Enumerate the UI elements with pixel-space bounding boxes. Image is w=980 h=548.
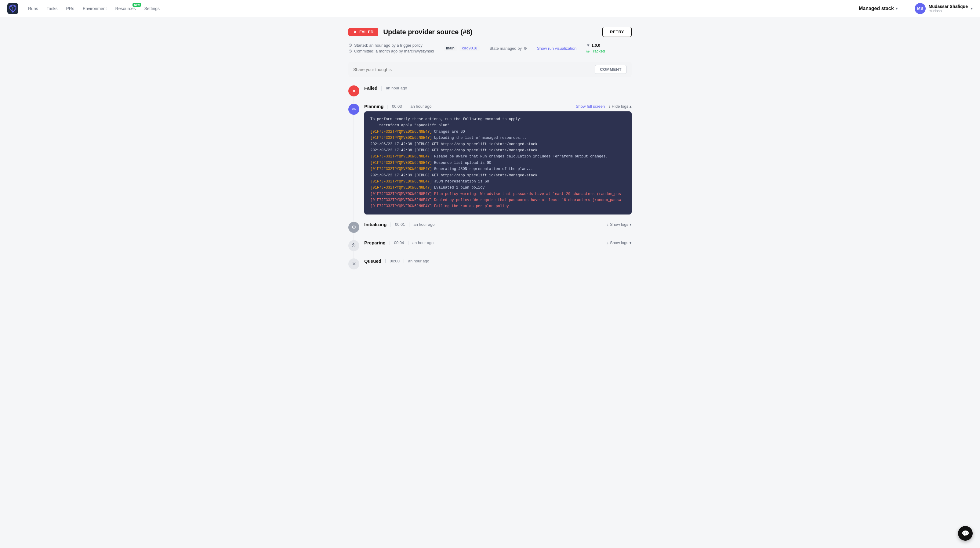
version-info: ▼ 1.0.0 [586,43,605,48]
log-line: [01F7JF332TPYQMVEDCW6JN8E4Y] JSON repres… [370,178,625,184]
avatar: MS [915,3,926,14]
committed-meta: ⏱ Committed: a month ago by marcinwyszyn… [348,49,434,53]
planning-duration: 00:03 [392,104,402,109]
stack-name: Managed stack [859,6,894,11]
app-logo[interactable] [7,3,18,14]
failed-header: Failed | an hour ago [364,86,632,91]
user-info: Mudassar Shafique mudash [929,4,968,13]
failed-event: ✕ Failed | an hour ago [348,86,632,97]
preparing-line [353,251,354,259]
stack-chevron-icon: ▾ [896,6,897,11]
x-icon: ✕ [353,30,357,35]
log-line: [01F7JF332TPYQMVEDCW6JN8E4Y] Please be a… [370,154,625,160]
started-text: Started: an hour ago by a trigger policy [354,43,423,48]
initializing-time: an hour ago [414,222,434,227]
initializing-actions: ↓ Show logs ▾ [607,222,632,227]
log-line: 2021/06/22 17:42:39 [DEBUG] GET https://… [370,172,625,178]
log-line: 2021/06/22 17:42:38 [DEBUG] GET https://… [370,148,625,154]
preparing-header: Preparing | 00:04 | an hour ago ↓ Show l… [364,240,632,245]
log-line: [01F7JF332TPYQMVEDCW6JN8E4Y] Resource li… [370,160,625,166]
timeline-line [353,97,354,104]
preparing-time: an hour ago [412,240,434,245]
nav-settings[interactable]: Settings [144,6,160,11]
initializing-line [353,233,354,240]
show-logs-label: Show logs [610,240,628,245]
show-logs-label: Show logs [610,222,628,227]
hide-logs-button[interactable]: ↓ Hide logs ▴ [608,104,632,109]
nav-links: Runs Tasks PRs Environment Resources New… [28,6,849,11]
state-managed-text: State managed by [489,46,522,51]
tracked-label: Tracked [591,49,605,53]
preparing-actions: ↓ Show logs ▾ [607,240,632,245]
commit-icon: ⏱ [348,49,352,53]
show-fullscreen-link[interactable]: Show full screen [576,104,605,109]
nav-resources[interactable]: Resources New [115,6,136,11]
user-chevron-icon: ▾ [971,6,973,11]
preparing-icon: ⏱ [348,240,360,251]
failed-icon: ✕ [348,86,360,97]
planning-time: an hour ago [410,104,431,109]
queued-header: Queued | 00:00 | an hour ago [364,259,632,264]
show-logs-button[interactable]: ↓ Show logs ▾ [607,222,632,227]
log-line: terraform apply "spacelift.plan" [370,122,625,129]
initializing-duration: 00:01 [395,222,405,227]
failed-content: Failed | an hour ago [364,86,632,97]
branch-label: main [444,46,457,51]
comment-button[interactable]: COMMENT [595,65,627,74]
log-line: [01F7JF332TPYQMVEDCW6JN8E4Y] Failing the… [370,203,625,209]
preparing-event: ⏱ Preparing | 00:04 | an hour ago ↓ Show… [348,240,632,251]
state-managed: State managed by ⚙ [489,46,527,51]
run-timing: ⏱ Started: an hour ago by a trigger poli… [348,43,434,53]
log-line: [01F7JF332TPYQMVEDCW6JN8E4Y] Changes are… [370,129,625,135]
show-logs-button[interactable]: ↓ Show logs ▾ [607,240,632,245]
user-menu[interactable]: MS Mudassar Shafique mudash ▾ [915,3,973,14]
status-label: FAILED [360,30,373,34]
version-number: 1.0.0 [591,43,600,48]
planning-content: Planning | 00:03 | an hour ago Show full… [364,104,632,214]
started-meta: ⏱ Started: an hour ago by a trigger poli… [348,43,434,48]
timeline: ✕ Failed | an hour ago ✏ Planning | 00:0… [348,86,632,269]
queued-duration: 00:00 [390,259,399,263]
user-handle: mudash [929,9,968,13]
log-line: [01F7JF332TPYQMVEDCW6JN8E4Y] Denied by p… [370,197,625,203]
commit-info: main cad9018 [444,46,480,51]
tracked-circle-icon: ◎ [586,49,590,53]
stack-selector[interactable]: Managed stack ▾ [859,6,897,11]
committed-text: Committed: a month ago by marcinwyszynsk… [354,49,434,53]
nav-tasks[interactable]: Tasks [47,6,58,11]
planning-line [353,115,354,222]
nav-prs[interactable]: PRs [66,6,74,11]
clock-icon: ⏱ [348,43,352,48]
download-icon: ↓ [608,104,611,109]
main-content: ✕ FAILED Update provider source (#8) RET… [344,17,636,286]
failed-label: Failed [364,86,377,91]
download-icon: ↓ [607,240,609,245]
preparing-content: Preparing | 00:04 | an hour ago ↓ Show l… [364,240,632,251]
initializing-event: ⚙ Initializing | 00:01 | an hour ago ↓ S… [348,222,632,233]
log-line: [01F7JF332TPYQMVEDCW6JN8E4Y] Plan policy… [370,191,625,197]
preparing-label: Preparing [364,240,386,245]
show-visualization-link[interactable]: Show run visualization [537,46,576,51]
run-header: ✕ FAILED Update provider source (#8) RET… [348,27,632,37]
planning-icon: ✏ [348,104,360,115]
comment-box: COMMENT [348,62,632,77]
hide-logs-label: Hide logs [612,104,628,109]
log-line: To perform exactly these actions, run th… [370,116,625,122]
initializing-content: Initializing | 00:01 | an hour ago ↓ Sho… [364,222,632,233]
queued-event: ✕ Queued | 00:00 | an hour ago [348,259,632,269]
queued-icon: ✕ [348,259,360,269]
comment-input[interactable] [353,67,591,72]
run-title: Update provider source (#8) [383,28,602,36]
nav-runs[interactable]: Runs [28,6,38,11]
failed-time: an hour ago [386,86,407,90]
nav-environment[interactable]: Environment [83,6,107,11]
chevron-down-icon: ▾ [630,240,632,245]
download-icon: ↓ [607,222,609,227]
user-name: Mudassar Shafique [929,4,968,9]
status-badge: ✕ FAILED [348,28,378,36]
retry-button[interactable]: RETRY [602,27,632,37]
version-tracked: ▼ 1.0.0 ◎ Tracked [586,43,605,53]
queued-label: Queued [364,259,381,264]
log-line: [01F7JF332TPYQMVEDCW6JN8E4Y] Uploading t… [370,135,625,141]
gear-icon: ⚙ [523,46,527,51]
